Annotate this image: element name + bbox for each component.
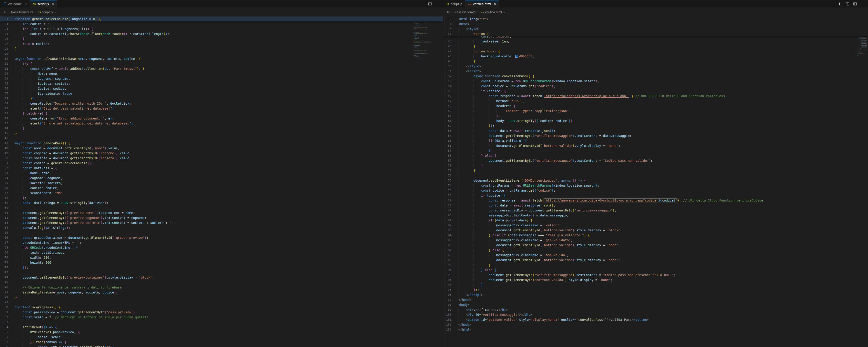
breadcrumb-item[interactable]: <>verifica.html — [481, 10, 502, 14]
code-line-88[interactable]: 88 messaggioDiv.className = 'non-valido'… — [443, 253, 868, 257]
breadcrumb-item[interactable]: F: — [447, 10, 450, 14]
code-line-80[interactable]: 80function scaricaPass() { — [0, 305, 443, 310]
code-line-48[interactable]: 48 background-color: #0056b3; — [443, 54, 868, 59]
code-line-26[interactable]: 26 } — [0, 36, 443, 41]
code-line-39[interactable]: 39 console.log("Document written with ID… — [0, 101, 443, 106]
code-line-81[interactable]: 81 if (data.puoValidare) { — [443, 218, 868, 223]
code-line-28[interactable]: 28} — [0, 46, 443, 51]
code-line-75[interactable]: 75 const codice = urlParams.get('codice'… — [443, 188, 868, 193]
code-line-98[interactable]: 98<body> — [443, 302, 868, 307]
code-line-60[interactable]: 60 — [0, 206, 443, 210]
code-line-62[interactable]: 62 document.getElementById('preview-cogn… — [0, 215, 443, 220]
code-line-31[interactable]: 31 try { — [0, 61, 443, 66]
code-line-103[interactable]: 103</html> — [443, 327, 868, 332]
code-line-49[interactable]: 49 } — [443, 59, 868, 64]
code-line-97[interactable]: 97</head> — [443, 297, 868, 302]
code-line-76[interactable]: 76 if (codice) { — [443, 193, 868, 198]
code-line-21[interactable]: 21function generaCodiceCasuale(lunghezza… — [0, 17, 443, 22]
code-line-71[interactable]: 71 height: 200 — [0, 260, 443, 265]
code-line-68[interactable]: 68 } else { — [443, 153, 868, 158]
minimap[interactable]: 2<html lang="it">3<head>4 <style>37 butt… — [857, 17, 867, 347]
code-line-54[interactable]: 54 const codice = urlParams.get('codice'… — [443, 84, 868, 89]
code-line-93[interactable]: 93 document.getElementById('bottone-vali… — [443, 277, 868, 282]
code-line-67[interactable]: 67 } — [443, 148, 868, 153]
code-editor[interactable]: 44 cursor: pointer;45 font-size: 1em;46 … — [443, 17, 868, 347]
code-line-62[interactable]: 62 }); — [443, 123, 868, 128]
code-line-82[interactable]: 82 const scale = 3; // Mantieni un fatto… — [0, 315, 443, 320]
code-line-3[interactable]: 3<head> — [443, 22, 868, 26]
code-line-50[interactable]: 50 const societa = document.getElementBy… — [0, 156, 443, 161]
code-line-86[interactable]: 86 document.getElementById('bottone-vali… — [443, 243, 868, 248]
code-line-51[interactable]: 51 const codice = generaCodiceCasuale(); — [0, 161, 443, 166]
code-line-91[interactable]: 91 } else { — [443, 267, 868, 273]
code-line-89[interactable]: 89 document.getElementById('bottone-vali… — [443, 257, 868, 262]
code-line-32[interactable]: 32 const docRef = await addDoc(collectio… — [0, 66, 443, 71]
code-line-90[interactable]: 90 } — [443, 262, 868, 267]
code-line-43[interactable]: 43 alert("Errore nel salvataggio dei dat… — [0, 121, 443, 126]
code-line-38[interactable]: 38 }); — [0, 96, 443, 101]
code-line-47[interactable]: 47 button:hover { — [443, 49, 868, 54]
code-line-45[interactable]: 45 font-size: 1em; — [443, 39, 868, 44]
code-line-99[interactable]: 99 <h1>Verifica Pass</h1> — [443, 307, 868, 312]
split-editor-icon[interactable] — [844, 1, 850, 6]
code-line-75[interactable]: 75 — [0, 280, 443, 285]
code-line-80[interactable]: 80 messaggioDiv.textContent = data.messa… — [443, 213, 868, 218]
code-line-36[interactable]: 36 Codice: codice, — [0, 86, 443, 91]
code-line-61[interactable]: 61 body: JSON.stringify({ codice: codice… — [443, 118, 868, 123]
code-line-4[interactable]: 4 <style> — [443, 26, 868, 31]
code-line-103[interactable]: 103</html> — [857, 56, 867, 56]
code-line-64[interactable]: 64 document.getElementById('verifica-mes… — [443, 133, 868, 138]
breadcrumb-item[interactable]: Pass Generator — [11, 10, 33, 14]
minimap[interactable]: 21function generaCodiceCasuale(lunghezza… — [413, 17, 439, 347]
code-line-27[interactable]: 27 return codice; — [0, 41, 443, 46]
code-line-77[interactable]: 77 const response = await fetch(`https:/… — [443, 198, 868, 203]
code-line-63[interactable]: 63 document.getElementById('preview-soci… — [0, 220, 443, 225]
code-editor[interactable]: 23 let codice = '';24 for (let i = 0; i … — [0, 17, 443, 347]
code-line-63[interactable]: 63 const data = await response.json(); — [443, 128, 868, 133]
code-line-83[interactable]: 83 document.getElementById('bottone-vali… — [443, 228, 868, 233]
code-line-72[interactable]: 72 }); — [0, 265, 443, 270]
code-line-42[interactable]: 42 console.error("Error adding document:… — [0, 116, 443, 121]
more-actions-icon[interactable] — [860, 1, 865, 6]
code-line-85[interactable]: 85 messaggioDiv.className = 'gia-validat… — [443, 238, 868, 243]
split-editor-icon[interactable] — [427, 1, 433, 6]
code-line-69[interactable]: 69 document.getElementById('verifica-mes… — [443, 158, 868, 163]
code-line-56[interactable]: 56 codice: codice, — [0, 186, 443, 190]
code-line-46[interactable]: 46 — [0, 136, 443, 141]
code-line-46[interactable]: 46 } — [443, 44, 868, 49]
code-line-40[interactable]: 40 alert("Dati del pass salvati nel data… — [0, 106, 443, 111]
code-line-44[interactable]: 44 } — [0, 126, 443, 131]
code-line-37[interactable]: 37 Scansionato: false — [0, 91, 443, 96]
code-line-49[interactable]: 49 const cognome = document.getElementBy… — [0, 151, 443, 156]
code-line-34[interactable]: 34 Cognome: cognome, — [0, 76, 443, 81]
code-line-53[interactable]: 53 const urlParams = new URLSearchParams… — [443, 78, 868, 84]
code-line-37[interactable]: 37 button { — [443, 31, 868, 36]
code-line-85[interactable]: 85 html2canvas(passPreview, { — [0, 329, 443, 335]
breadcrumb-item[interactable]: … — [506, 10, 510, 14]
breadcrumb-item[interactable]: F: — [4, 10, 6, 14]
code-line-59[interactable]: 59 const datiStringa = JSON.stringify(da… — [0, 200, 443, 206]
code-line-73[interactable]: 73 — [0, 270, 443, 275]
code-line-60[interactable]: 60 }, — [443, 114, 868, 118]
code-line-76[interactable]: 76 // Chiama la funzione per salvare i d… — [0, 285, 443, 290]
code-line-84[interactable]: 84 } else if (data.messaggio === "Pass g… — [443, 233, 868, 238]
code-line-74[interactable]: 74 const urlParams = new URLSearchParams… — [443, 183, 868, 188]
code-line-96[interactable]: 96 </script> — [443, 292, 868, 297]
code-line-61[interactable]: 61 document.getElementById('preview-nome… — [0, 210, 443, 215]
copilot-icon[interactable] — [837, 1, 842, 6]
code-line-101[interactable]: 101 <button id="bottone-valida" style="d… — [443, 317, 868, 322]
code-line-51[interactable]: 51 <script> — [443, 69, 868, 74]
breadcrumb-item[interactable]: … — [57, 10, 61, 14]
code-line-79[interactable]: 79 — [0, 300, 443, 305]
code-line-64[interactable]: 64 console.log(datiStringa); — [0, 225, 443, 230]
code-line-94[interactable]: 94 } — [443, 282, 868, 287]
code-line-69[interactable]: 69 text: datiStringa, — [0, 250, 443, 255]
code-line-84[interactable]: 84 setTimeout(() => { — [0, 325, 443, 329]
code-line-52[interactable]: 52 const datiPass = { — [0, 166, 443, 170]
code-line-67[interactable]: 67 qrcodeContainer.innerHTML = ''; — [0, 240, 443, 245]
code-line-82[interactable]: 82 messaggioDiv.className = 'valido'; — [443, 223, 868, 228]
code-line-66[interactable]: 66 document.getElementById('bottone-vali… — [443, 143, 868, 148]
code-line-52[interactable]: 52 async function convalidaPass() { — [443, 74, 868, 78]
code-line-58[interactable]: 58 }; — [0, 195, 443, 200]
code-line-55[interactable]: 55 societa: societa, — [0, 181, 443, 186]
